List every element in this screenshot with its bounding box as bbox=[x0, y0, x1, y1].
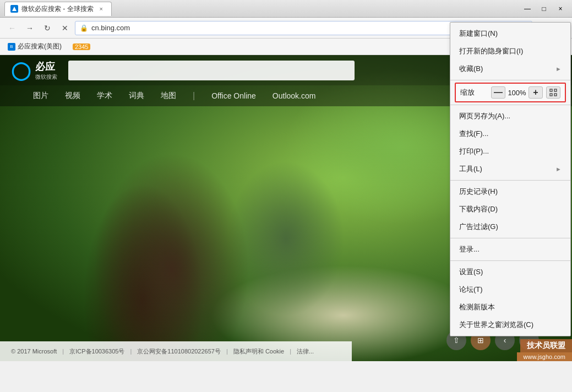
footer-div3: | bbox=[226, 348, 228, 355]
zoom-fullscreen-button[interactable] bbox=[546, 86, 560, 99]
tools-arrow-icon: ► bbox=[555, 166, 562, 172]
bookmark-2345[interactable]: 2345 bbox=[69, 42, 94, 51]
tab-title: 微软必应搜索 - 全球搜索 bbox=[21, 4, 94, 14]
footer-icp2: 京公网安备11010802022657号 bbox=[137, 347, 221, 356]
menu-new-window[interactable]: 新建窗口(N) bbox=[450, 25, 570, 42]
footer-div4: | bbox=[290, 348, 291, 355]
bing-logo: ◯ 必应 微软搜索 bbox=[11, 60, 57, 81]
nav-outlook[interactable]: Outlook.com bbox=[273, 91, 316, 100]
web-footer: © 2017 Microsoft | 京ICP备10036305号 | 京公网安… bbox=[0, 341, 352, 361]
zoom-plus-button[interactable]: + bbox=[529, 86, 543, 99]
tab-favicon bbox=[10, 5, 18, 13]
menu-separator-1 bbox=[450, 80, 570, 80]
menu-login[interactable]: 登录... bbox=[450, 241, 570, 258]
menu-tools[interactable]: 工具(L) ► bbox=[450, 160, 570, 178]
tab-close-button[interactable]: × bbox=[97, 4, 106, 13]
zoom-row: 缩放 — 100% + bbox=[455, 83, 566, 102]
bing-favicon: B bbox=[8, 43, 15, 51]
footer-div1: | bbox=[62, 348, 64, 355]
nav-images[interactable]: 图片 bbox=[33, 91, 48, 101]
refresh-button[interactable]: ↻ bbox=[40, 20, 55, 36]
window-controls: — □ × bbox=[520, 3, 568, 14]
menu-separator-5 bbox=[450, 260, 570, 261]
menu-save-page[interactable]: 网页另存为(A)... bbox=[450, 107, 570, 125]
maximize-button[interactable]: □ bbox=[537, 3, 551, 14]
tech-badge-line1: 技术员联盟 bbox=[520, 339, 572, 352]
nav-office-online[interactable]: Office Online bbox=[211, 91, 256, 100]
bookmark-bing-label: 必应搜索(美图) bbox=[18, 42, 62, 51]
menu-bookmarks[interactable]: 收藏(B) ► bbox=[450, 60, 570, 78]
menu-about[interactable]: 关于世界之窗浏览器(C) bbox=[450, 316, 570, 334]
svg-rect-1 bbox=[550, 89, 552, 91]
nav-academic[interactable]: 学术 bbox=[97, 91, 112, 101]
bing-b-logo: ◯ bbox=[11, 60, 31, 81]
menu-print[interactable]: 打印(P)... bbox=[450, 143, 570, 160]
zoom-label: 缩放 bbox=[460, 88, 489, 97]
footer-legal: 法律... bbox=[297, 347, 314, 356]
svg-rect-3 bbox=[550, 94, 552, 96]
menu-check-update[interactable]: 检测新版本 bbox=[450, 298, 570, 316]
footer-privacy: 隐私声明和 Cookie bbox=[233, 347, 284, 356]
close-button[interactable]: × bbox=[553, 3, 568, 14]
menu-settings[interactable]: 设置(S) bbox=[450, 263, 570, 281]
address-text: cn.bing.com bbox=[91, 24, 130, 32]
bing-name: 必应 bbox=[35, 60, 57, 73]
nav-video[interactable]: 视频 bbox=[65, 91, 80, 101]
svg-rect-4 bbox=[554, 94, 557, 96]
menu-separator-4 bbox=[450, 238, 570, 238]
zoom-minus-button[interactable]: — bbox=[491, 86, 505, 99]
tech-badge-line2: www.jsgho.com bbox=[517, 352, 572, 361]
minimize-button[interactable]: — bbox=[520, 3, 535, 14]
fullscreen-icon bbox=[549, 89, 557, 96]
forward-button[interactable]: → bbox=[22, 20, 37, 36]
menu-find[interactable]: 查找(F)... bbox=[450, 125, 570, 143]
active-tab[interactable]: 微软必应搜索 - 全球搜索 × bbox=[4, 2, 112, 16]
svg-rect-2 bbox=[554, 89, 557, 91]
bookmark-bing[interactable]: B 必应搜索(美图) bbox=[4, 41, 65, 52]
menu-separator-2 bbox=[450, 105, 570, 105]
footer-div2: | bbox=[130, 348, 132, 355]
bing-search-box[interactable] bbox=[68, 61, 355, 80]
bookmark-badge: 2345 bbox=[73, 43, 90, 50]
svg-marker-0 bbox=[12, 7, 17, 11]
tab-bar: 微软必应搜索 - 全球搜索 × bbox=[4, 2, 520, 16]
zoom-value: 100% bbox=[507, 89, 527, 97]
stop-button[interactable]: ✕ bbox=[57, 20, 73, 36]
menu-separator-3 bbox=[450, 180, 570, 181]
bing-text-logo: 必应 微软搜索 bbox=[35, 60, 57, 81]
footer-copyright: © 2017 Microsoft bbox=[11, 348, 57, 355]
menu-private[interactable]: 打开新的隐身窗口(I) bbox=[450, 42, 570, 60]
nav-divider: | bbox=[193, 91, 195, 101]
nav-maps[interactable]: 地图 bbox=[161, 91, 176, 101]
menu-downloads[interactable]: 下载内容(D) bbox=[450, 200, 570, 218]
context-menu: 新建窗口(N) 打开新的隐身窗口(I) 收藏(B) ► 缩放 — 100% + … bbox=[450, 22, 571, 336]
nav-dictionary[interactable]: 词典 bbox=[129, 91, 144, 101]
menu-ad-filter[interactable]: 广告过滤(G) bbox=[450, 218, 570, 236]
bookmarks-arrow-icon: ► bbox=[555, 66, 562, 72]
tech-watermark: 技术员联盟 www.jsgho.com bbox=[517, 339, 572, 361]
menu-history[interactable]: 历史记录(H) bbox=[450, 183, 570, 200]
title-bar: 微软必应搜索 - 全球搜索 × — □ × bbox=[0, 0, 572, 18]
bing-search-input[interactable] bbox=[68, 66, 355, 75]
footer-icp1: 京ICP备10036305号 bbox=[69, 347, 124, 356]
lock-icon: 🔒 bbox=[80, 24, 88, 32]
back-button[interactable]: ← bbox=[4, 20, 20, 36]
bing-subtitle: 微软搜索 bbox=[35, 73, 57, 81]
menu-forum[interactable]: 论坛(T) bbox=[450, 281, 570, 298]
